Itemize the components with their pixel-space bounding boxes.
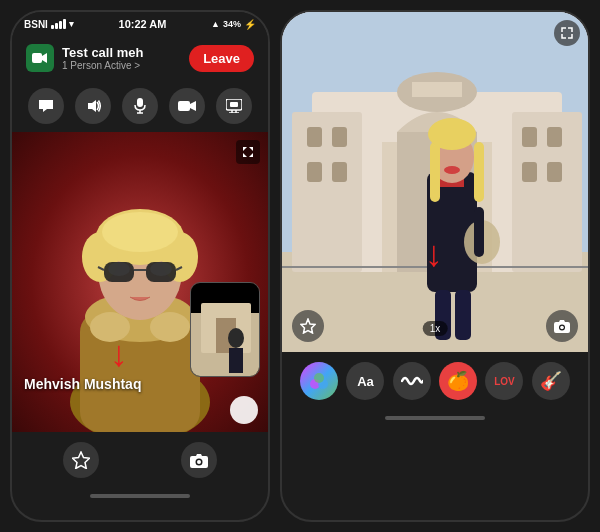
status-bar: BSNI ▾ 10:22 AM ▲ 34% ⚡	[12, 12, 268, 36]
text-effect-label: Aa	[357, 374, 374, 389]
svg-rect-36	[229, 348, 243, 373]
record-button[interactable]	[230, 396, 258, 424]
svg-rect-57	[547, 162, 562, 182]
svg-rect-69	[455, 290, 471, 340]
time-display: 10:22 AM	[119, 18, 167, 30]
messages-button[interactable]	[28, 88, 64, 124]
svg-rect-52	[307, 162, 322, 182]
right-camera-button[interactable]	[546, 310, 578, 342]
home-indicator	[90, 494, 190, 498]
text-effect-button[interactable]: Aa	[346, 362, 384, 400]
right-home-indicator	[385, 416, 485, 420]
location-icon: ▲	[211, 19, 220, 29]
svg-point-72	[560, 326, 564, 330]
svg-point-65	[444, 166, 460, 174]
svg-rect-55	[547, 127, 562, 147]
speaker-button[interactable]	[75, 88, 111, 124]
svg-rect-54	[522, 127, 537, 147]
love-effect-button[interactable]: LOV	[485, 362, 523, 400]
svg-rect-51	[332, 127, 347, 147]
signal-bar-3	[59, 21, 62, 29]
building-svg	[282, 12, 588, 352]
squiggle-effect-button[interactable]	[393, 362, 431, 400]
expand-button[interactable]	[236, 140, 260, 164]
call-title: Test call meh	[62, 45, 143, 60]
bottom-bar	[12, 432, 268, 488]
right-expand-button[interactable]	[554, 20, 580, 46]
battery-label: 34%	[223, 19, 241, 29]
svg-rect-44	[382, 142, 397, 272]
call-info: Test call meh 1 Person Active >	[26, 44, 143, 72]
signal-bar-4	[63, 19, 66, 29]
facetime-icon	[26, 44, 54, 72]
svg-rect-53	[332, 162, 347, 182]
zoom-badge: 1x	[423, 321, 448, 336]
svg-point-35	[228, 328, 244, 348]
signal-bars	[51, 19, 66, 29]
svg-point-75	[314, 373, 324, 383]
main-video: Mehvish Mushtaq	[12, 132, 268, 432]
svg-rect-12	[230, 102, 238, 107]
left-phone: BSNI ▾ 10:22 AM ▲ 34% ⚡	[10, 10, 270, 522]
svg-rect-56	[522, 162, 537, 182]
participant-name: Mehvish Mushtaq	[24, 376, 141, 392]
svg-marker-7	[190, 101, 196, 111]
svg-rect-48	[292, 112, 362, 272]
svg-rect-50	[307, 127, 322, 147]
svg-rect-47	[412, 82, 462, 97]
self-preview-bg	[191, 283, 259, 376]
svg-marker-37	[73, 452, 90, 469]
svg-point-23	[102, 212, 178, 252]
food-effect-label: 🍊	[447, 370, 469, 392]
call-header: Test call meh 1 Person Active > Leave	[12, 36, 268, 80]
love-effect-label: LOV	[494, 376, 515, 387]
music-effect-button[interactable]: 🎸	[532, 362, 570, 400]
svg-point-30	[150, 262, 172, 276]
svg-rect-0	[32, 53, 42, 63]
status-left: BSNI ▾	[24, 19, 74, 30]
status-right: ▲ 34% ⚡	[211, 19, 256, 30]
svg-marker-2	[88, 100, 96, 112]
arrow-left: ↓	[110, 336, 128, 372]
self-preview-person	[191, 283, 260, 377]
squiggle-icon	[401, 373, 423, 389]
right-star-button[interactable]	[292, 310, 324, 342]
svg-marker-70	[301, 319, 315, 333]
svg-rect-63	[474, 142, 484, 202]
sharescreen-button[interactable]	[216, 88, 252, 124]
call-subtitle: 1 Person Active >	[62, 60, 143, 71]
svg-rect-62	[430, 142, 440, 202]
svg-rect-6	[178, 101, 190, 111]
camera-button[interactable]	[169, 88, 205, 124]
apple-effect-icon	[308, 370, 330, 392]
svg-point-64	[428, 118, 476, 150]
right-phone: 1x ↓	[280, 10, 590, 522]
svg-point-17	[150, 312, 190, 342]
signal-bar-2	[55, 23, 58, 29]
apple-effect-button[interactable]	[300, 362, 338, 400]
self-preview	[190, 282, 260, 377]
svg-point-29	[108, 262, 130, 276]
food-effect-button[interactable]: 🍊	[439, 362, 477, 400]
signal-bar-1	[51, 25, 54, 29]
arrow-right: ↓	[425, 236, 443, 272]
svg-rect-3	[137, 98, 143, 107]
star-bottom-button[interactable]	[63, 442, 99, 478]
mic-button[interactable]	[122, 88, 158, 124]
svg-rect-67	[474, 207, 484, 257]
carrier-label: BSNI	[24, 19, 48, 30]
right-main-video: 1x ↓	[282, 12, 588, 352]
music-effect-label: 🎸	[540, 370, 562, 392]
battery-icon: ⚡	[244, 19, 256, 30]
wifi-icon: ▾	[69, 19, 74, 29]
svg-marker-1	[42, 53, 47, 63]
controls-bar	[12, 80, 268, 132]
call-text: Test call meh 1 Person Active >	[62, 45, 143, 71]
camera-bottom-button[interactable]	[181, 442, 217, 478]
leave-button[interactable]: Leave	[189, 45, 254, 72]
svg-point-39	[197, 460, 201, 464]
effects-bar: Aa 🍊 LOV 🎸	[282, 352, 588, 410]
